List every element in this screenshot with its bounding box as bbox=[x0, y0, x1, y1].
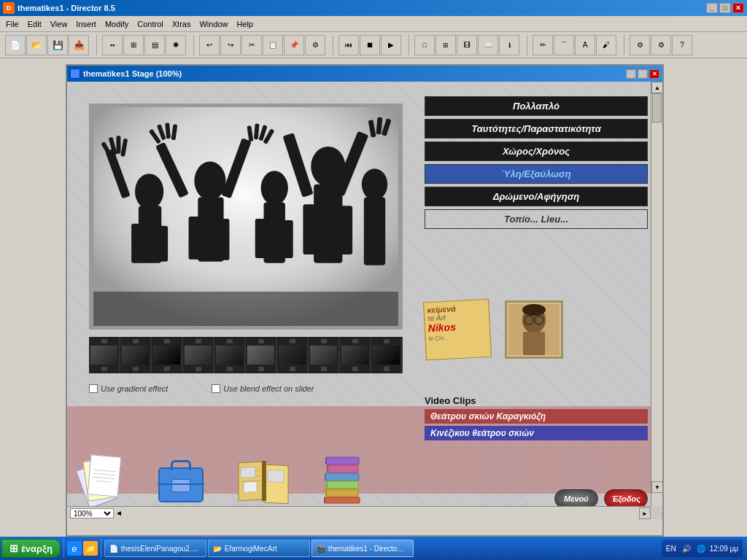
stage-maximize[interactable]: □ bbox=[638, 69, 648, 79]
tool2[interactable]: ⊞ bbox=[123, 35, 144, 55]
film-frame-2[interactable] bbox=[120, 337, 152, 373]
stack-icon[interactable] bbox=[322, 454, 363, 505]
menu-xtras[interactable]: Xtras bbox=[168, 18, 196, 30]
stage-minimize[interactable]: _ bbox=[626, 69, 636, 79]
save-button[interactable]: 💾 bbox=[47, 35, 68, 55]
menu-item-6[interactable]: Τοπίο... Lieu... bbox=[425, 209, 648, 229]
prop-btn[interactable]: 📖 bbox=[478, 35, 498, 55]
film-frame-5[interactable] bbox=[214, 337, 246, 373]
film-frame-6[interactable] bbox=[246, 337, 277, 373]
svg-rect-31 bbox=[255, 219, 266, 258]
stage-window: thematikes1 Stage (100%) _ □ ✕ bbox=[66, 64, 664, 537]
film-frame-4[interactable] bbox=[183, 337, 214, 373]
task-btn-3[interactable]: 🎬 thematikes1 - Directo... bbox=[311, 540, 414, 557]
zoom-select[interactable]: 100% 50% 150% 200% bbox=[70, 508, 114, 518]
scroll-up-arrow[interactable]: ▲ bbox=[651, 82, 662, 93]
task-label-3: thematikes1 - Directo... bbox=[328, 545, 403, 553]
menu-item-2[interactable]: Ταυτότητες/Παραστατικότητα bbox=[425, 119, 648, 139]
film-content-9 bbox=[341, 346, 368, 365]
text-btn[interactable]: A bbox=[575, 35, 595, 55]
scroll-down-arrow[interactable]: ▼ bbox=[651, 481, 662, 493]
task-btn-1[interactable]: 📄 thesisEleniPanagou2.... bbox=[104, 540, 206, 557]
stage-title-left: thematikes1 Stage (100%) bbox=[70, 69, 182, 79]
text-card[interactable]: κείμενά τe Art Nikos le Cin... bbox=[423, 299, 492, 361]
menu-item-4[interactable]: Ύλη/Εξαύλωση bbox=[425, 164, 648, 184]
curve-btn[interactable]: ⌒ bbox=[554, 35, 574, 55]
settings-btn[interactable]: ⚙ bbox=[651, 35, 671, 55]
menu-help[interactable]: Help bbox=[233, 18, 258, 30]
menu-item-5[interactable]: Δρώμενο/Αφήγηση bbox=[425, 187, 648, 206]
rewind-button[interactable]: ⏮ bbox=[338, 35, 359, 55]
redo-button[interactable]: ↪ bbox=[220, 35, 241, 55]
film-frame-10[interactable] bbox=[371, 337, 403, 373]
menu-control[interactable]: Control bbox=[133, 18, 167, 30]
svg-rect-18 bbox=[220, 219, 230, 260]
blend-checkbox[interactable] bbox=[212, 384, 220, 393]
menu-modify[interactable]: Modify bbox=[101, 18, 133, 30]
stop-button[interactable]: ⏹ bbox=[360, 35, 380, 55]
film-frame-3[interactable] bbox=[152, 337, 183, 373]
taskbar-ie-icon[interactable]: e bbox=[67, 541, 82, 556]
film-frame-9[interactable] bbox=[340, 337, 371, 373]
gradient-checkbox-item[interactable]: Use gradient effect bbox=[89, 384, 168, 393]
grid-btn[interactable]: ⊞ bbox=[436, 35, 456, 55]
menu-window[interactable]: Window bbox=[195, 18, 232, 30]
undo-button[interactable]: ↩ bbox=[199, 35, 220, 55]
menu-file[interactable]: File bbox=[1, 18, 23, 30]
film-content-3 bbox=[153, 346, 180, 365]
film-frame-8[interactable] bbox=[309, 337, 340, 373]
menu-item-3[interactable]: Χώρος/Χρόνος bbox=[425, 141, 648, 161]
film-btn[interactable]: 🎞 bbox=[457, 35, 477, 55]
sep3 bbox=[330, 35, 333, 55]
tool3[interactable]: ▤ bbox=[144, 35, 165, 55]
new-button[interactable]: 📄 bbox=[5, 35, 26, 55]
copy-button[interactable]: 📋 bbox=[263, 35, 283, 55]
taskbar-folder-icon[interactable]: 📁 bbox=[83, 541, 98, 556]
svg-rect-60 bbox=[241, 467, 255, 478]
menu-insert[interactable]: Insert bbox=[71, 18, 101, 30]
filmstrip[interactable] bbox=[89, 337, 403, 373]
info-btn[interactable]: ℹ bbox=[499, 35, 519, 55]
blend-checkbox-item[interactable]: Use blend effect on slider bbox=[212, 384, 314, 393]
svg-rect-30 bbox=[264, 202, 285, 262]
menu-view[interactable]: View bbox=[46, 18, 72, 30]
start-button[interactable]: ⊞ έναρξη bbox=[1, 539, 61, 558]
scrollbar-vertical[interactable]: ▲ ▼ bbox=[651, 82, 662, 506]
stage-btn[interactable]: □ bbox=[414, 35, 435, 55]
gear-btn[interactable]: ⚙ bbox=[630, 35, 650, 55]
book-icon[interactable] bbox=[235, 457, 293, 505]
tool5[interactable]: ⚙ bbox=[305, 35, 325, 55]
video-link-1[interactable]: Θεάτρου σκιών Καραγκιόζη bbox=[425, 409, 648, 424]
minimize-button[interactable]: _ bbox=[706, 3, 718, 13]
open-button[interactable]: 📂 bbox=[26, 35, 47, 55]
title-bar: D thematikes1 - Director 8.5 _ □ ✕ bbox=[0, 0, 747, 16]
film-frame-7[interactable] bbox=[277, 337, 309, 373]
stage-window-controls[interactable]: _ □ ✕ bbox=[626, 69, 659, 79]
briefcase-icon[interactable] bbox=[155, 457, 206, 505]
briefcase-latch bbox=[171, 479, 190, 492]
video-link-2[interactable]: Κινέζικου θεάτρου σκιών bbox=[425, 426, 648, 440]
menu-item-1[interactable]: Πολλαπλό bbox=[425, 96, 648, 116]
stage-close[interactable]: ✕ bbox=[649, 69, 659, 79]
scroll-thumb-vertical[interactable] bbox=[652, 93, 662, 122]
paste-button[interactable]: 📌 bbox=[284, 35, 304, 55]
tool4[interactable]: ✱ bbox=[166, 35, 186, 55]
menu-edit[interactable]: Edit bbox=[23, 18, 46, 30]
task-btn-2[interactable]: 📂 EfarmogiMecArt bbox=[208, 540, 310, 557]
window-controls[interactable]: _ □ ✕ bbox=[706, 3, 744, 13]
scroll-right-arrow[interactable]: ► bbox=[639, 508, 651, 519]
import-button[interactable]: 📥 bbox=[69, 35, 89, 55]
help-btn-tool[interactable]: ? bbox=[672, 35, 692, 55]
papers-icon[interactable] bbox=[82, 454, 125, 505]
cut-button[interactable]: ✂ bbox=[241, 35, 262, 55]
portrait-card[interactable] bbox=[505, 300, 563, 359]
pencil-btn[interactable]: ✏ bbox=[533, 35, 553, 55]
play-button[interactable]: ▶ bbox=[381, 35, 401, 55]
close-button[interactable]: ✕ bbox=[732, 3, 744, 13]
maximize-button[interactable]: □ bbox=[719, 3, 731, 13]
gradient-checkbox[interactable] bbox=[89, 384, 98, 393]
paint-btn[interactable]: 🖌 bbox=[596, 35, 616, 55]
briefcase-seam bbox=[158, 483, 204, 485]
film-frame-1[interactable] bbox=[89, 337, 120, 373]
tool1[interactable]: ▪▪ bbox=[102, 35, 123, 55]
